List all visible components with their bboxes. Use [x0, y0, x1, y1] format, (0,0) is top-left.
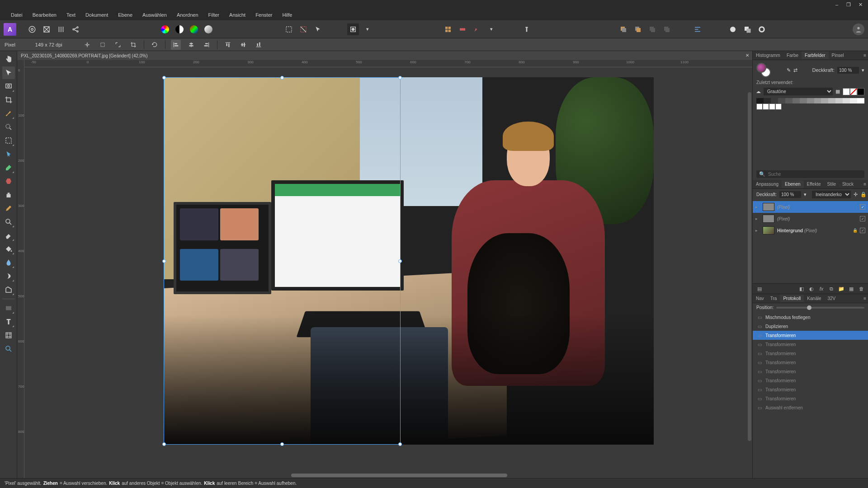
- tab-stile[interactable]: Stile: [824, 180, 839, 188]
- history-slider[interactable]: [776, 307, 864, 309]
- menu-datei[interactable]: Datei: [6, 10, 27, 19]
- rectangle-tool-dark[interactable]: [2, 302, 15, 314]
- paint-brush-tool[interactable]: [2, 161, 15, 174]
- tab-stock[interactable]: Stock: [839, 180, 857, 188]
- panel-options-icon[interactable]: ≡: [863, 53, 866, 58]
- menu-filter[interactable]: Filter: [204, 10, 224, 19]
- history-item[interactable]: ▭Transformieren: [753, 385, 868, 394]
- blur-tool[interactable]: [2, 256, 15, 269]
- align-top-icon[interactable]: [223, 40, 233, 50]
- layer-expand-icon[interactable]: ▸: [755, 228, 760, 233]
- align-icon[interactable]: [692, 23, 703, 35]
- window-maximize[interactable]: ❐: [843, 0, 854, 9]
- layer-order-1-icon[interactable]: [618, 23, 629, 35]
- shape-circle-icon[interactable]: [727, 23, 739, 35]
- lock-aspect-icon[interactable]: [82, 40, 92, 50]
- layer-order-2-icon[interactable]: [632, 23, 644, 35]
- lock-icon[interactable]: 🔒: [853, 228, 857, 233]
- tab-anpassung[interactable]: Anpassung: [753, 180, 782, 188]
- layer-expand-icon[interactable]: ▸: [755, 205, 760, 209]
- color-selector[interactable]: [756, 63, 771, 77]
- grid-4-icon[interactable]: [442, 23, 454, 35]
- shape-tool[interactable]: [2, 283, 15, 296]
- align-bottom-icon[interactable]: [254, 40, 264, 50]
- selection-cursor-icon[interactable]: [312, 23, 324, 35]
- snapshot-icon[interactable]: ⧉: [827, 285, 835, 293]
- menu-text[interactable]: Text: [62, 10, 80, 19]
- layer-opacity-dropdown[interactable]: ▾: [804, 192, 807, 197]
- adjustment-icon[interactable]: ◐: [807, 285, 816, 293]
- search-box[interactable]: 🔍: [756, 170, 864, 178]
- menu-auswählen[interactable]: Auswählen: [138, 10, 171, 19]
- align-middle-v-icon[interactable]: [238, 40, 248, 50]
- view-tool[interactable]: [2, 80, 15, 93]
- marquee-tool[interactable]: [2, 134, 15, 147]
- history-item[interactable]: ▭Transformieren: [753, 394, 868, 403]
- persona-export-button[interactable]: [70, 23, 81, 35]
- text-tool[interactable]: [2, 315, 15, 328]
- layer-row[interactable]: ▸(Pixel)✓: [753, 213, 868, 225]
- gray-ramp[interactable]: [756, 98, 864, 103]
- swatch-none[interactable]: [843, 88, 864, 95]
- color-gradient-icon[interactable]: [203, 23, 214, 35]
- tab-tra[interactable]: Tra: [767, 295, 780, 302]
- layer-fx-icon[interactable]: ✢: [854, 192, 858, 197]
- history-item[interactable]: ▭Transformieren: [753, 331, 868, 340]
- eraser-tool[interactable]: [2, 229, 15, 242]
- layer-visibility-checkbox[interactable]: ✓: [860, 204, 865, 210]
- info-icon[interactable]: [521, 23, 533, 35]
- history-item[interactable]: ▭Transformieren: [753, 367, 868, 376]
- layer-lock-icon[interactable]: 🔒: [860, 192, 867, 197]
- panel-options-icon[interactable]: ≡: [863, 296, 866, 301]
- opacity-dropdown-icon[interactable]: ▾: [862, 67, 864, 73]
- panel-options-icon[interactable]: ≡: [863, 182, 866, 187]
- remove-red-icon[interactable]: [457, 23, 468, 35]
- history-item[interactable]: ▭Auswahl entfernen: [753, 403, 868, 412]
- fx-icon[interactable]: fx: [817, 285, 826, 293]
- trash-icon[interactable]: 🗑: [857, 285, 865, 293]
- history-item[interactable]: ▭Transformieren: [753, 340, 868, 349]
- inpainting-tool[interactable]: [2, 175, 15, 188]
- brush-tool[interactable]: [2, 107, 15, 120]
- swap-colors-icon[interactable]: ⇄: [793, 67, 797, 73]
- tab-farbfelder[interactable]: Farbfelder: [802, 52, 829, 59]
- opacity-input[interactable]: [837, 67, 859, 74]
- persona-liquify-button[interactable]: [41, 23, 52, 35]
- selection-brush-tool[interactable]: [2, 121, 15, 133]
- canvas[interactable]: [24, 67, 752, 478]
- history-item[interactable]: ▭Transformieren: [753, 349, 868, 358]
- move-tool[interactable]: [2, 66, 15, 79]
- tab-kanäle[interactable]: Kanäle: [804, 295, 824, 302]
- folder-icon[interactable]: 📁: [837, 285, 845, 293]
- align-right-icon[interactable]: [202, 40, 212, 50]
- close-icon[interactable]: ✕: [744, 52, 750, 58]
- canvas-h-scrollbar[interactable]: [32, 473, 752, 478]
- menu-bearbeiten[interactable]: Bearbeiten: [28, 10, 61, 19]
- document-tab[interactable]: PXL_20230105_140800269.PORTRAIT.jpg [Geä…: [17, 51, 752, 60]
- window-minimize[interactable]: –: [831, 0, 843, 9]
- hand-tool[interactable]: [2, 53, 15, 66]
- persona-photo-button[interactable]: [26, 23, 38, 35]
- color-wheel-icon[interactable]: [159, 23, 171, 35]
- tab-pinsel[interactable]: Pinsel: [829, 52, 847, 59]
- dropdown-icon[interactable]: ▾: [362, 23, 373, 35]
- expand-icon[interactable]: [113, 40, 123, 50]
- layer-row[interactable]: ▸(Pixel)✓: [753, 201, 868, 213]
- document-image[interactable]: [164, 77, 654, 445]
- dropdown-icon-2[interactable]: ▾: [486, 23, 497, 35]
- layer-visibility-checkbox[interactable]: ✓: [860, 216, 865, 221]
- tab-farbe[interactable]: Farbe: [783, 52, 802, 59]
- user-avatar[interactable]: [853, 23, 864, 35]
- blend-mode-select[interactable]: Ineinanderko: [812, 191, 851, 198]
- tab-nav[interactable]: Nav: [753, 295, 767, 302]
- align-left-icon[interactable]: [171, 40, 181, 50]
- swatch-preset-select[interactable]: Grautöne: [764, 88, 833, 95]
- white-swatches[interactable]: [756, 103, 783, 110]
- tab-32v[interactable]: 32V: [824, 295, 839, 302]
- color-rgb-icon[interactable]: [188, 23, 200, 35]
- history-item[interactable]: ▭Transformieren: [753, 358, 868, 367]
- menu-hilfe[interactable]: Hilfe: [278, 10, 297, 19]
- tab-protokoll[interactable]: Protokoll: [780, 295, 804, 302]
- layer-expand-icon[interactable]: ▸: [755, 216, 760, 221]
- clone-tool[interactable]: [2, 188, 15, 201]
